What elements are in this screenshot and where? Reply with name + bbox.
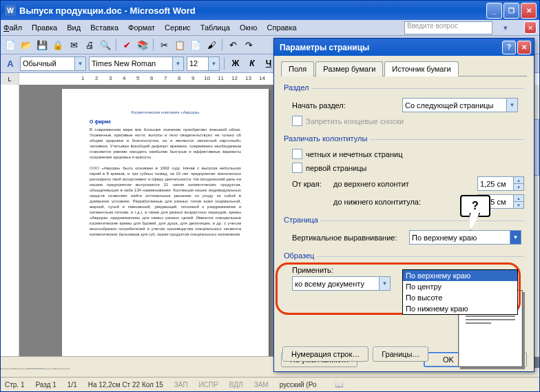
style-combo[interactable]: Обычный▼ [20,56,86,71]
from-edge-label: От края: [292,180,333,188]
window-title: Выпуск продукции.doc - Microsoft Word [19,6,486,16]
title-bar: W Выпуск продукции.doc - Microsoft Word … [1,1,539,20]
spin-down-icon[interactable]: ▼ [513,202,523,208]
chevron-down-icon: ▼ [510,231,521,244]
valign-option-center[interactable]: По центру [403,281,517,292]
page-setup-dialog: Параметры страницы ? ✕ Поля Размер бумаг… [273,38,534,372]
new-doc-icon[interactable]: 📄 [3,38,17,52]
valign-select[interactable]: По верхнему краю▼ [409,230,521,245]
menu-window[interactable]: Окно [240,23,258,32]
group-headers-label: Различать колонтитулы [284,134,367,143]
tab-paper-size[interactable]: Размер бумаги [315,61,383,76]
menu-bar: Файл Правка Вид Вставка Формат Сервис Та… [1,20,539,36]
bold-button[interactable]: Ж [229,56,242,70]
redo-icon[interactable]: ↷ [242,38,256,52]
start-section-select[interactable]: Со следующей страницы▼ [402,98,518,112]
odd-even-checkbox[interactable] [292,149,302,159]
ruler-corner: L [1,73,19,85]
valign-dropdown-list: По верхнему краю По центру По высоте По … [402,269,518,315]
menu-help[interactable]: Справка [267,23,296,32]
dialog-titlebar: Параметры страницы ? ✕ [274,39,534,56]
apply-to-label: Применить: [292,266,333,274]
styles-pane-icon[interactable]: A [3,56,17,70]
line-numbers-button[interactable]: Нумерация строк… [282,347,368,362]
valign-option-justify[interactable]: По высоте [403,292,517,303]
preview-icon[interactable]: 🔍 [98,38,112,52]
to-top-label: до верхнего колонтит [333,180,437,188]
document-page[interactable]: Косметическая компания «Аврора» О фирме … [62,89,269,364]
group-sample-label: Образец [284,251,314,260]
valign-option-bottom[interactable]: По нижнему краю [403,303,517,314]
valign-option-top[interactable]: По верхнему краю [403,270,517,281]
suppress-endnotes-checkbox[interactable] [292,116,302,126]
chevron-down-icon: ▼ [208,57,219,70]
italic-button[interactable]: К [245,56,259,70]
status-section: Разд 1 [35,381,56,389]
paste-icon[interactable]: 📄 [189,38,202,52]
status-page: Стр. 1 [5,381,24,389]
header-distance-spinner[interactable]: 1,25 см▲▼ [477,176,524,191]
status-bar: Стр. 1 Разд 1 1/1 На 12,2см Ст 22 Кол 15… [1,377,539,391]
spell-icon[interactable]: ✔ [120,38,134,52]
first-page-label: первой страницы [306,164,366,172]
start-section-label: Начать раздел: [292,101,402,110]
status-ovr: ЗАМ [254,381,269,389]
group-page-label: Страница [284,216,318,224]
first-page-checkbox[interactable] [292,163,302,173]
status-position: На 12,2см Ст 22 Кол 15 [88,381,163,389]
tab-fields[interactable]: Поля [281,61,314,76]
status-fix: ИСПР [199,381,218,389]
undo-icon[interactable]: ↶ [226,38,240,52]
book-icon[interactable]: 📖 [335,381,343,389]
vertical-ruler[interactable] [1,85,19,368]
menu-file[interactable]: Файл [3,23,22,32]
apply-to-select[interactable]: ко всему документу▼ [292,276,391,291]
status-rec: ЗАП [174,381,188,389]
spin-up-icon[interactable]: ▲ [513,177,523,184]
help-dropdown-icon[interactable]: ▾ [503,23,512,32]
borders-button[interactable]: Границы… [373,347,428,362]
font-combo[interactable]: Times New Roman▼ [89,56,184,71]
restore-button[interactable]: ❐ [503,3,519,19]
suppress-endnotes-label: Запретить концевые сноски [306,117,404,125]
menu-view[interactable]: Вид [67,23,81,32]
chevron-down-icon: ▼ [506,99,517,112]
size-combo[interactable]: 12▼ [187,56,220,71]
menu-service[interactable]: Сервис [165,23,191,32]
dialog-help-button[interactable]: ? [502,41,516,54]
print-icon[interactable]: 🖨 [83,38,96,52]
valign-label: Вертикальное выравнивание: [292,234,409,242]
chevron-down-icon: ▼ [379,277,390,290]
dialog-tabs: Поля Размер бумаги Источник бумаги [281,61,527,76]
annotation-callout: ? [460,195,490,217]
tab-paper-source[interactable]: Источник бумаги [384,61,458,76]
mail-icon[interactable]: ✉ [67,38,81,52]
save-icon[interactable]: 💾 [35,38,49,52]
doc-close-button[interactable]: ✕ [524,21,537,34]
spin-up-icon[interactable]: ▲ [513,195,523,202]
dialog-close-button[interactable]: ✕ [517,41,531,54]
status-ext: ВДЛ [229,381,243,389]
close-button[interactable]: ✕ [521,3,537,19]
format-painter-icon[interactable]: 🖌 [205,38,218,52]
minimize-button[interactable]: _ [486,3,502,19]
copy-icon[interactable]: 📋 [173,38,187,52]
spin-down-icon[interactable]: ▼ [513,184,523,190]
status-lang: русский (Ро [280,381,317,389]
group-section-label: Раздел [284,83,309,92]
chevron-down-icon: ▼ [74,57,85,70]
dialog-title: Параметры страницы [280,43,502,52]
menu-edit[interactable]: Правка [32,23,57,32]
app-icon: W [5,5,16,16]
open-icon[interactable]: 📂 [19,38,33,52]
cut-icon[interactable]: ✂ [157,38,171,52]
status-pages: 1/1 [68,381,77,389]
permission-icon[interactable]: 🔒 [51,38,65,52]
to-bottom-label: до нижнего колонтитула: [333,198,444,206]
research-icon[interactable]: 📚 [136,38,149,52]
help-question-box[interactable]: Введите вопрос [404,21,492,34]
menu-insert[interactable]: Вставка [90,23,118,32]
chevron-down-icon: ▼ [172,57,183,70]
menu-table[interactable]: Таблица [200,23,230,32]
menu-format[interactable]: Формат [128,23,155,32]
